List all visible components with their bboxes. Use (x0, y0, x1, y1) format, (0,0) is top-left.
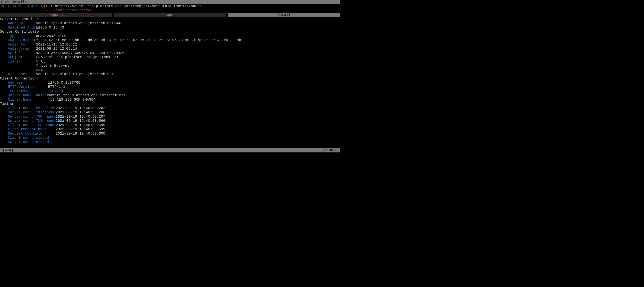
timing-sctcp-key: Server conn. TCP handshake (0, 115, 56, 119)
server-address-value: venafi-tpp.platform-ops.jetstack.net:443 (36, 21, 122, 25)
timing-cce-value: 2021-09-19 19:40:50.202 (56, 106, 105, 110)
cert-issuer-c-key: C (36, 59, 41, 64)
cert-validto-key: Valid to (0, 42, 36, 47)
client-sni-row: Server Name Indication venafi-tpp.platfo… (0, 93, 340, 97)
client-connection-header: Client Connection: (0, 76, 340, 81)
cert-issuer-c-value: US (41, 59, 46, 64)
timing-header: Timing: (0, 102, 340, 106)
cert-sha-value: f2 ba 63 df cc e0 bb 65 dd cc 88 24 e1 6… (36, 38, 241, 42)
cert-altnames-value: venafi-tpp.platform-ops.jetstack.net (36, 72, 114, 76)
timing-rc-row: Request complete 2021-09-19 19:40:50.600 (0, 132, 340, 136)
resolved-address-value: 127.0.0.1:443 (36, 25, 64, 30)
client-httpver-row: HTTP Version HTTP/1.1 (0, 85, 340, 89)
timing-rc-value: 2021-09-19 19:40:50.600 (56, 132, 105, 136)
cert-validfrom-key: Valid from (0, 47, 36, 51)
client-address-row: Address 127.0.0.1:33768 (0, 81, 340, 85)
timing-ccc-value: – (56, 136, 58, 140)
timing-sci-value: 2021-09-19 19:40:50.206 (56, 110, 105, 114)
client-tlsver-key: TLS Version (0, 89, 48, 93)
timing-frb-key: First request byte (0, 127, 56, 131)
status-bar: ⇩ [4/4] [*:9090] (0, 148, 340, 152)
timing-sctls-value: 2021-09-19 19:40:50.566 (56, 119, 105, 123)
cert-validfrom-row: Valid from2021-08-18 12:06:14 (0, 47, 340, 51)
flow-method: POST (44, 4, 53, 8)
cert-issuer-blank2 (0, 68, 36, 72)
detail-content: Server Connection: Address venafi-tpp.pl… (0, 17, 340, 144)
cert-issuer-cn-row: CN R3 (0, 68, 340, 72)
client-cipher-value: TLS_AES_256_GCM_SHA384 (48, 98, 96, 102)
client-cipher-key: Cipher Name (0, 98, 48, 102)
cert-serial-row: Serial4333191360675954716805781642926919… (0, 51, 340, 55)
cert-type-value: RSA, 2048 bits (36, 34, 66, 38)
timing-sctcp-row: Server conn. TCP handshake 2021-09-19 19… (0, 115, 340, 119)
timing-rc-key: Request complete (0, 132, 56, 136)
timing-cctls-row: Client conn. TLS handshake 2021-09-19 19… (0, 123, 340, 127)
cert-issuer-c-row: IssuerC US (0, 59, 340, 64)
cert-subject-key: Subject (0, 55, 36, 59)
cert-type-key: Type (0, 34, 36, 38)
client-httpver-value: HTTP/1.1 (48, 85, 65, 89)
cert-altnames-row: Alt namesvenafi-tpp.platform-ops.jetstac… (0, 72, 340, 76)
timing-sctls-key: Server conn. TLS handshake (0, 119, 56, 123)
server-address-row: Address venafi-tpp.platform-ops.jetstack… (0, 21, 340, 25)
timing-sctls-row: Server conn. TLS handshake 2021-09-19 19… (0, 119, 340, 123)
client-httpver-key: HTTP Version (0, 85, 48, 89)
title-bar: Flow Details (0, 0, 340, 4)
timing-sci-key: Server conn. initiated (0, 110, 56, 114)
client-cipher-row: Cipher Name TLS_AES_256_GCM_SHA384 (0, 98, 340, 102)
client-tlsver-row: TLS Version TLSv1.3 (0, 89, 340, 93)
cert-validfrom-value: 2021-08-18 12:06:14 (36, 47, 77, 51)
flow-timestamp: 2021-09-19 19:40:50 (1, 4, 42, 8)
flow-summary: 2021-09-19 19:40:50 POST https://venafi-… (0, 4, 340, 8)
client-sni-value: venafi-tpp.platform-ops.jetstack.net (48, 93, 126, 97)
tab-request[interactable]: Request (0, 13, 112, 17)
disconnect-message: ← Client disconnected. (0, 8, 340, 12)
timing-frb-row: First request byte 2021-09-19 19:40:50.5… (0, 127, 340, 131)
cert-subject-cn-key: CN (36, 55, 41, 59)
cert-altnames-key: Alt names (0, 72, 36, 76)
timing-cce-row: Client conn. established 2021-09-19 19:4… (0, 106, 340, 110)
cert-sha-row: SHA256 digestf2 ba 63 df cc e0 bb 65 dd … (0, 38, 340, 42)
tab-row: Request Response Detail (0, 13, 340, 17)
cert-validto-value: 2021-11-16 12:06:12 (36, 42, 77, 47)
client-tlsver-value: TLSv1.3 (48, 89, 63, 93)
timing-cctls-value: 2021-09-19 19:40:50.599 (56, 123, 105, 127)
cert-type-row: TypeRSA, 2048 bits (0, 34, 340, 38)
cert-subject-row: SubjectCN venafi-tpp.platform-ops.jetsta… (0, 55, 340, 59)
server-certificate-header: Server Certificate: (0, 30, 340, 34)
timing-cctls-key: Client conn. TLS handshake (0, 123, 56, 127)
tab-detail[interactable]: Detail (228, 13, 340, 17)
server-connection-header: Server Connection: (0, 17, 340, 21)
cert-issuer-cn-value: R3 (41, 68, 46, 72)
scroll-down-icon: ⇩ (0, 148, 2, 152)
timing-scc-key: Server conn. closed (0, 140, 56, 144)
cert-subject-cn-value: venafi-tpp.platform-ops.jetstack.net (41, 55, 119, 59)
timing-ccc-key: Client conn. closed (0, 136, 56, 140)
cert-validto-row: Valid to2021-11-16 12:06:12 (0, 42, 340, 47)
server-address-key: Address (0, 21, 36, 25)
flow-position: [4/4] (2, 148, 14, 152)
timing-scc-row: Server conn. closed – (0, 140, 340, 144)
cert-sha-key: SHA256 digest (0, 38, 36, 42)
cert-serial-value: 4333191360675954716805781642926919637943… (36, 51, 127, 55)
timing-cce-key: Client conn. established (0, 106, 56, 110)
cert-issuer-o-value: Let's Encrypt (41, 64, 69, 68)
cert-issuer-cn-key: CN (36, 68, 41, 72)
flow-url: https://venafi-tpp.platform-ops.jetstack… (55, 4, 202, 8)
cert-issuer-o-row: O Let's Encrypt (0, 64, 340, 68)
timing-scc-value: – (56, 140, 58, 144)
timing-frb-value: 2021-09-19 19:40:50.599 (56, 127, 105, 131)
resolved-address-key: Resolved Address (0, 25, 36, 30)
bind-address: [*:9090] (322, 148, 340, 152)
timing-sctcp-value: 2021-09-19 19:40:50.207 (56, 115, 105, 119)
client-address-value: 127.0.0.1:33768 (48, 81, 80, 85)
cert-issuer-key: Issuer (0, 59, 36, 64)
client-sni-key: Server Name Indication (0, 93, 48, 97)
cert-issuer-blank1 (0, 64, 36, 68)
resolved-address-row: Resolved Address 127.0.0.1:443 (0, 25, 340, 30)
tab-response[interactable]: Response (114, 13, 226, 17)
cert-issuer-o-key: O (36, 64, 41, 68)
client-address-key: Address (0, 81, 48, 85)
timing-sci-row: Server conn. initiated 2021-09-19 19:40:… (0, 110, 340, 114)
timing-ccc-row: Client conn. closed – (0, 136, 340, 140)
